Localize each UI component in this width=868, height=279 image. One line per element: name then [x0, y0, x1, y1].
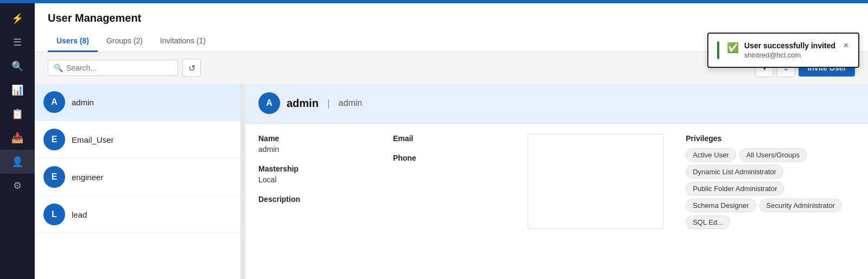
privilege-tags: Active User All Users/Groups Dynamic Lis… [686, 148, 855, 229]
avatar: E [43, 129, 65, 150]
list-item[interactable]: E Email_User [35, 121, 240, 158]
nav-users-icon[interactable]: 👤 [0, 150, 35, 174]
privilege-tag: All Users/Groups [739, 148, 807, 162]
privileges-label: Privileges [686, 134, 855, 143]
nav-chart-icon[interactable]: 📊 [0, 78, 35, 102]
toast-success-icon: ✅ [727, 42, 739, 54]
detail-body: Name admin Mastership Local Description [245, 123, 868, 240]
user-name-label: Email_User [72, 135, 114, 144]
description-field: Description [258, 195, 371, 204]
detail-middle-section: Email Phone [393, 134, 506, 229]
avatar: E [43, 166, 65, 188]
detail-separator: | [327, 98, 330, 109]
toast-green-bar [717, 41, 719, 59]
nav-menu-icon[interactable]: ☰ [0, 30, 35, 54]
privilege-tag: Active User [686, 148, 736, 162]
privilege-tag: SQL Ed... [686, 215, 730, 229]
mastership-label: Mastership [258, 164, 371, 173]
description-label: Description [258, 195, 371, 204]
list-item[interactable]: L lead [35, 196, 240, 233]
nav-settings-icon[interactable]: ⚙ [0, 174, 35, 198]
privilege-tag: Schema Designer [686, 199, 756, 212]
tab-users[interactable]: Users (8) [48, 31, 98, 52]
privilege-tag: Security Administrator [759, 199, 842, 212]
privilege-tag: Dynamic List Administrator [686, 165, 783, 179]
toast-notification: ✅ User successfully invited shintred@hcl… [707, 33, 859, 68]
mastership-value: Local [258, 175, 371, 184]
toast-content: User successfully invited shintred@hcl.c… [744, 41, 837, 59]
detail-left-section: Name admin Mastership Local Description [258, 134, 371, 229]
avatar: L [43, 204, 65, 225]
email-label: Email [393, 134, 506, 143]
toast-close-button[interactable]: × [842, 41, 850, 50]
page-title: User Management [48, 12, 855, 24]
name-label: Name [258, 134, 371, 143]
mastership-field: Mastership Local [258, 164, 371, 184]
list-item[interactable]: E engineer [35, 158, 240, 196]
avatar: A [43, 91, 65, 113]
top-bar [0, 0, 868, 3]
privileges-section: Privileges Active User All Users/Groups … [686, 134, 855, 229]
tab-invitations[interactable]: Invitations (1) [151, 31, 214, 52]
toast-email: shintred@hcl.com [744, 51, 837, 59]
toast-title: User successfully invited [744, 41, 837, 50]
detail-avatar: A [258, 92, 280, 114]
content-area: 🔍 ↺ ▼ ⌄ Invite User A admin E Email_User [35, 52, 868, 279]
detail-user-name: admin [287, 97, 319, 110]
nav-list-icon[interactable]: 📋 [0, 102, 35, 126]
name-field: Name admin [258, 134, 371, 154]
user-list: A admin E Email_User E engineer L lead [35, 84, 241, 279]
list-item[interactable]: A admin [35, 84, 240, 121]
detail-panel: A admin | admin Name admin Mastership [245, 84, 868, 279]
search-input[interactable] [66, 64, 172, 72]
email-field: Email [393, 134, 506, 143]
phone-label: Phone [393, 154, 506, 162]
nav-analytics-icon[interactable]: ⚡ [0, 7, 35, 30]
left-nav: ⚡ ☰ 🔍 📊 📋 📥 👤 ⚙ [0, 3, 35, 279]
search-icon: 🔍 [54, 64, 63, 72]
search-box: 🔍 [48, 60, 178, 76]
detail-role: admin [339, 98, 363, 108]
nav-download-icon[interactable]: 📥 [0, 126, 35, 150]
user-name-label: admin [72, 98, 94, 107]
split-layout: A admin E Email_User E engineer L lead [35, 84, 868, 279]
name-value: admin [258, 145, 371, 154]
detail-header: A admin | admin [245, 84, 868, 123]
nav-search-icon[interactable]: 🔍 [0, 54, 35, 78]
tab-groups[interactable]: Groups (2) [98, 31, 151, 52]
user-name-label: lead [72, 210, 87, 219]
phone-field: Phone [393, 154, 506, 162]
groups-section [528, 134, 664, 229]
refresh-button[interactable]: ↺ [182, 59, 201, 77]
user-name-label: engineer [72, 173, 103, 182]
privilege-tag: Public Folder Administrator [686, 182, 784, 195]
divider-handle[interactable] [241, 84, 245, 279]
